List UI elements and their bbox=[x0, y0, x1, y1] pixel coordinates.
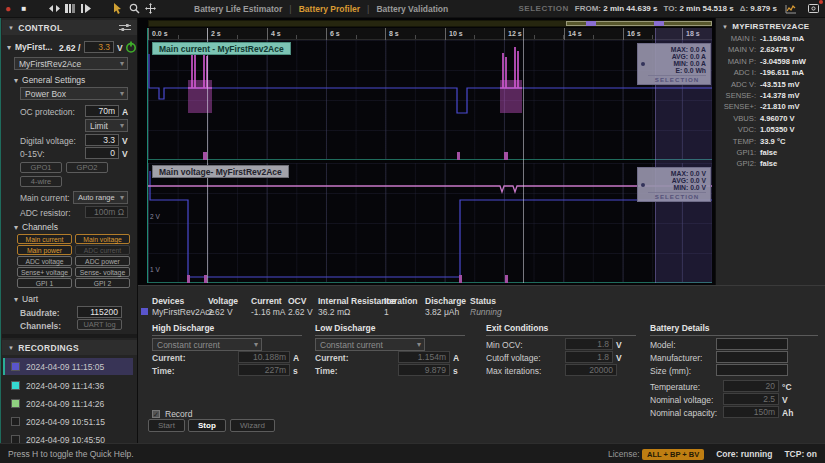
manufacturer-field[interactable] bbox=[716, 351, 788, 363]
model-field[interactable] bbox=[716, 338, 788, 350]
cutoff-voltage-label: Cutoff voltage: bbox=[486, 353, 541, 363]
voltage-chart-label[interactable]: Main voltage- MyFirstRev2Ace bbox=[152, 165, 289, 178]
general-settings-label: General Settings bbox=[22, 75, 85, 85]
stat-energy: E: 0.0 Wh bbox=[648, 67, 706, 74]
aux-voltage-field[interactable]: 0 bbox=[85, 147, 119, 159]
graph-area[interactable]: 0.0 s 2 s 4 s 6 s 8 s 10 s 12 s 14 s 16 … bbox=[138, 18, 715, 285]
cell-internal-resistance: 36.2 mΩ bbox=[318, 307, 350, 317]
size-field[interactable] bbox=[716, 364, 788, 376]
telemetry-value: -196.611 mA bbox=[760, 67, 804, 78]
recording-color-swatch[interactable] bbox=[11, 381, 20, 390]
stats-drag-handle[interactable] bbox=[641, 183, 645, 187]
voltage-chart[interactable]: Main voltage- MyFirstRev2Ace 2 V 1 V MAX… bbox=[148, 163, 712, 283]
device-select[interactable]: MyFirstRev2Ace bbox=[14, 57, 128, 70]
time-ruler[interactable]: 0.0 s 2 s 4 s 6 s 8 s 10 s 12 s 14 s 16 … bbox=[148, 28, 712, 40]
gpo1-button[interactable]: GPO1 bbox=[20, 162, 62, 173]
current-selection-stats[interactable]: MAX: 0.0 A AVG: 0.0 A MIN: 0.0 A E: 0.0 … bbox=[637, 43, 711, 85]
power-button[interactable] bbox=[125, 41, 137, 53]
recordings-section-header[interactable]: RECORDINGS bbox=[2, 340, 137, 355]
channel-sense-minus-voltage[interactable]: Sense- voltage bbox=[75, 267, 130, 277]
cutoff-voltage-unit: V bbox=[616, 353, 622, 363]
cursor-select-icon[interactable] bbox=[110, 2, 126, 16]
cell-device[interactable]: MyFirstRev2Ace bbox=[152, 307, 214, 317]
tab-battery-profiler[interactable]: Battery Profiler bbox=[299, 4, 360, 14]
baudrate-field[interactable]: 115200 bbox=[77, 306, 122, 318]
oc-protection-field[interactable]: 70m bbox=[85, 105, 119, 117]
screenshot-icon[interactable] bbox=[805, 2, 821, 16]
device-measured-voltage: 2.62 / bbox=[59, 43, 80, 53]
license-badge[interactable]: ALL + BP + BV bbox=[642, 449, 704, 460]
telemetry-label: MAIN P: bbox=[716, 56, 760, 67]
tab-battery-validation[interactable]: Battery Validation bbox=[376, 4, 448, 14]
wizard-button[interactable]: Wizard bbox=[230, 419, 275, 432]
channel-main-voltage[interactable]: Main voltage bbox=[75, 234, 130, 244]
channels-collapse[interactable]: Channels bbox=[14, 222, 58, 232]
channel-sense-plus-voltage[interactable]: Sense+ voltage bbox=[17, 267, 72, 277]
zoom-tool-icon[interactable] bbox=[126, 2, 142, 16]
high-current-label: Current: bbox=[152, 353, 186, 363]
device-collapse[interactable]: MyFirst... bbox=[7, 42, 52, 52]
channel-adc-power[interactable]: ADC power bbox=[75, 256, 130, 266]
record-icon[interactable]: ● bbox=[0, 2, 16, 16]
high-discharge-mode-select[interactable]: Constant current bbox=[152, 338, 262, 351]
ruler-tick: 6 s bbox=[326, 28, 340, 40]
selection-to-value: 2 min 54.518 s bbox=[679, 4, 733, 13]
timeline-overview[interactable] bbox=[148, 20, 712, 27]
digital-voltage-unit: V bbox=[122, 136, 128, 146]
four-wire-button[interactable]: 4-wire bbox=[20, 176, 62, 187]
recording-row[interactable]: 2024-04-09 10:51:15 bbox=[3, 413, 133, 430]
low-discharge-mode-select[interactable]: Constant current bbox=[315, 338, 425, 351]
current-chart[interactable]: Main current - MyFirstRev2Ace MAX: 0.0 A… bbox=[148, 40, 712, 160]
channel-adc-current[interactable]: ADC current bbox=[75, 245, 130, 255]
telemetry-label: ADC I: bbox=[716, 67, 760, 78]
stop-icon[interactable]: ■ bbox=[16, 2, 32, 16]
current-chart-label[interactable]: Main current - MyFirstRev2Ace bbox=[152, 42, 291, 55]
channel-main-current[interactable]: Main current bbox=[17, 234, 72, 244]
ruler-tick: 14 s bbox=[564, 28, 582, 40]
recording-row[interactable]: 2024-04-09 11:15:05 bbox=[3, 358, 133, 375]
fit-horizontal-icon[interactable] bbox=[46, 2, 62, 16]
cell-voltage: 2.62 V bbox=[208, 307, 233, 317]
stats-drag-handle[interactable] bbox=[641, 62, 645, 66]
channel-gpi1[interactable]: GPI 1 bbox=[17, 278, 72, 288]
recording-row[interactable]: 2024-04-09 11:14:26 bbox=[3, 395, 133, 412]
recording-color-swatch[interactable] bbox=[11, 362, 20, 371]
recording-row[interactable]: 2024-04-09 11:14:36 bbox=[3, 377, 133, 394]
record-checkbox[interactable]: ✓ bbox=[152, 410, 160, 418]
channel-adc-voltage[interactable]: ADC voltage bbox=[17, 256, 72, 266]
cell-ocv: 2.62 V bbox=[288, 307, 313, 317]
channel-gpi2[interactable]: GPI 2 bbox=[75, 278, 130, 288]
tab-battery-life-estimator[interactable]: Battery Life Estimator bbox=[194, 4, 282, 14]
high-time-unit: s bbox=[293, 366, 298, 376]
telemetry-header[interactable]: MYFIRSTREV2ACE bbox=[716, 18, 825, 33]
telemetry-label: TEMP: bbox=[716, 136, 760, 147]
stat-max: MAX: 0.0 A bbox=[648, 46, 706, 53]
start-button[interactable]: Start bbox=[148, 419, 185, 432]
control-section-header[interactable]: CONTROL bbox=[2, 20, 137, 35]
oc-mode-select[interactable]: Limit bbox=[85, 119, 128, 132]
general-settings-collapse[interactable]: General Settings bbox=[14, 75, 85, 85]
play-to-end-icon[interactable] bbox=[78, 2, 94, 16]
main-current-range-select[interactable]: Auto range bbox=[73, 191, 128, 204]
recording-color-swatch[interactable] bbox=[11, 399, 20, 408]
digital-voltage-field[interactable]: 3.3 bbox=[85, 134, 119, 146]
uart-log-button[interactable]: UART log bbox=[77, 319, 122, 330]
aux-voltage-label: 0-15V: bbox=[20, 149, 45, 159]
analytics-icon[interactable] bbox=[783, 2, 799, 16]
voltage-selection-stats[interactable]: MAX: 0.0 V AVG: 0.0 V MIN: 0.0 V SELECTI… bbox=[637, 167, 711, 202]
channel-main-power[interactable]: Main power bbox=[17, 245, 72, 255]
toolbox-tabs: Battery Life Estimator Battery Profiler … bbox=[194, 4, 448, 14]
pan-move-icon[interactable] bbox=[142, 2, 158, 16]
box-mode-select[interactable]: Power Box bbox=[20, 87, 128, 100]
supply-voltage-field[interactable]: 3.3 bbox=[84, 41, 114, 53]
overview-activity-mark bbox=[654, 21, 664, 26]
supply-voltage-unit: V bbox=[117, 43, 123, 53]
panels-view-icon[interactable] bbox=[62, 2, 78, 16]
uart-collapse[interactable]: Uart bbox=[14, 294, 38, 304]
stop-button[interactable]: Stop bbox=[188, 419, 226, 432]
temperature-label: Temperature: bbox=[650, 382, 700, 392]
gpo2-button[interactable]: GPO2 bbox=[66, 162, 108, 173]
sliders-icon[interactable] bbox=[119, 23, 131, 32]
recording-color-swatch[interactable] bbox=[11, 417, 20, 426]
recordings-title: RECORDINGS bbox=[18, 343, 79, 353]
